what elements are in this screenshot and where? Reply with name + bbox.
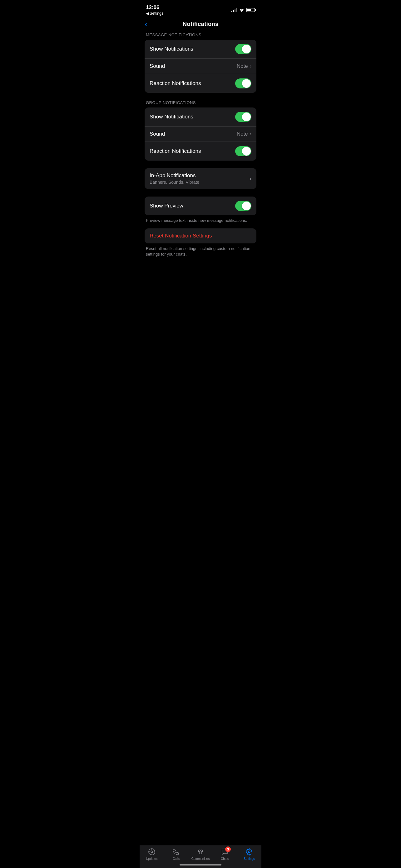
status-bar: 12:06 ◀ Settings — [140, 0, 261, 18]
message-sound-right: Note › — [237, 63, 252, 69]
inapp-subtitle: Banners, Sounds, Vibrate — [149, 180, 249, 185]
show-preview-card: Show Preview — [144, 196, 257, 215]
show-preview-description: Preview message text inside new message … — [144, 215, 257, 223]
group-sound-row[interactable]: Sound Note › — [144, 127, 257, 142]
group-show-notifications-label: Show Notifications — [149, 114, 193, 120]
battery-icon — [246, 8, 255, 12]
group-sound-value: Note — [237, 131, 248, 137]
group-notifications-section: GROUP NOTIFICATIONS Show Notifications S… — [144, 100, 257, 161]
message-reaction-knob — [242, 79, 251, 88]
group-sound-chevron: › — [250, 131, 252, 137]
message-sound-value: Note — [237, 63, 248, 69]
group-sound-right: Note › — [237, 131, 252, 137]
message-reaction-row[interactable]: Reaction Notifications — [144, 74, 257, 93]
inapp-text-block: In-App Notifications Banners, Sounds, Vi… — [149, 173, 249, 185]
group-reaction-knob — [242, 147, 251, 156]
reset-section: Reset Notification Settings Reset all no… — [144, 228, 257, 257]
group-show-notifications-knob — [242, 113, 251, 121]
group-show-notifications-row[interactable]: Show Notifications — [144, 107, 257, 127]
message-sound-label: Sound — [149, 63, 165, 69]
reset-label: Reset Notification Settings — [149, 233, 212, 239]
show-preview-section: Show Preview Preview message text inside… — [144, 196, 257, 223]
group-notifications-header: GROUP NOTIFICATIONS — [144, 100, 257, 105]
nav-header: ‹ Notifications — [140, 18, 261, 32]
message-show-notifications-toggle[interactable] — [235, 44, 252, 54]
group-reaction-label: Reaction Notifications — [149, 148, 201, 154]
message-sound-row[interactable]: Sound Note › — [144, 59, 257, 74]
message-notifications-header: MESSAGE NOTIFICATIONS — [144, 32, 257, 37]
show-preview-toggle[interactable] — [235, 201, 252, 211]
group-show-notifications-toggle[interactable] — [235, 112, 252, 122]
message-notifications-card: Show Notifications Sound Note › Reaction… — [144, 40, 257, 93]
message-notifications-section: MESSAGE NOTIFICATIONS Show Notifications… — [144, 32, 257, 93]
inapp-notifications-card[interactable]: In-App Notifications Banners, Sounds, Vi… — [144, 168, 257, 189]
page-title: Notifications — [182, 21, 218, 28]
group-reaction-row[interactable]: Reaction Notifications — [144, 142, 257, 161]
message-reaction-toggle[interactable] — [235, 79, 252, 88]
reset-description: Reset all notification settings, includi… — [144, 243, 257, 257]
inapp-chevron: › — [249, 175, 252, 182]
message-show-notifications-knob — [242, 45, 251, 54]
wifi-icon — [239, 8, 244, 12]
status-back-label: ◀ Settings — [146, 11, 163, 16]
group-reaction-toggle[interactable] — [235, 146, 252, 156]
inapp-title: In-App Notifications — [149, 173, 249, 179]
message-show-notifications-row[interactable]: Show Notifications — [144, 40, 257, 59]
main-content: MESSAGE NOTIFICATIONS Show Notifications… — [140, 32, 261, 291]
group-sound-label: Sound — [149, 131, 165, 137]
show-preview-row[interactable]: Show Preview — [144, 196, 257, 215]
status-time: 12:06 — [146, 4, 163, 11]
message-sound-chevron: › — [250, 63, 252, 69]
back-button[interactable]: ‹ — [144, 20, 147, 28]
message-reaction-label: Reaction Notifications — [149, 80, 201, 87]
reset-button[interactable]: Reset Notification Settings — [144, 228, 257, 243]
message-show-notifications-label: Show Notifications — [149, 46, 193, 52]
show-preview-knob — [242, 202, 251, 210]
status-icons — [231, 8, 255, 12]
signal-icon — [231, 8, 237, 12]
show-preview-label: Show Preview — [149, 203, 183, 209]
group-notifications-card: Show Notifications Sound Note › Reaction… — [144, 107, 257, 161]
